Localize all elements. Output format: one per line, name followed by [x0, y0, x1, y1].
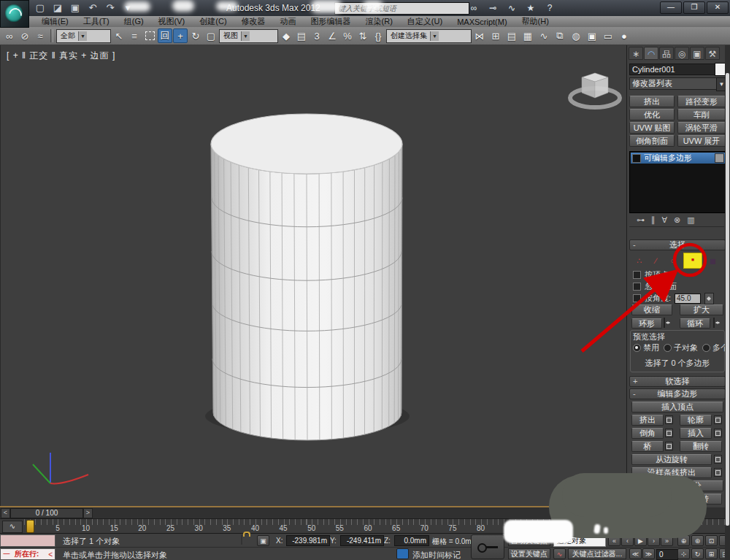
snap-toggle-3d-icon[interactable]: 3 [310, 28, 324, 43]
previous-frame-button[interactable]: < [1, 508, 10, 518]
spinner-snap-icon[interactable]: ⇅ [356, 28, 370, 43]
loop-button[interactable]: 循环 [680, 318, 710, 329]
menu-item[interactable]: MAXScript(M) [450, 18, 513, 26]
grow-button[interactable]: 扩大 [680, 304, 723, 315]
select-and-manipulate-icon[interactable]: ◆ [279, 28, 293, 43]
menu-item[interactable]: 自定义(U) [401, 16, 449, 27]
menu-item[interactable]: 修改器 [235, 16, 272, 27]
modifier-button[interactable]: 路径变形 [677, 96, 726, 107]
menu-item[interactable]: 组(G) [118, 16, 150, 27]
open-file-icon[interactable]: ◪ [51, 2, 64, 14]
edge-icon[interactable]: ∕ [650, 256, 662, 266]
modifier-button[interactable]: UVW 展开 [677, 135, 726, 147]
zoom-all-icon[interactable]: ⊛ [691, 535, 704, 546]
outline-settings-icon[interactable] [714, 415, 722, 424]
time-slider[interactable] [26, 520, 34, 533]
tab-modify[interactable]: ◠ [644, 47, 658, 60]
key-mode-toggle-button[interactable] [471, 534, 504, 559]
current-frame-field[interactable]: 0 [656, 549, 678, 560]
unlink-selection-icon[interactable]: ⊘ [18, 28, 32, 43]
menu-item[interactable]: 视图(V) [152, 16, 192, 27]
macro-recorder-field[interactable] [0, 534, 55, 547]
rendered-frame-icon[interactable]: ▭ [601, 28, 615, 43]
zoom-extents-icon[interactable]: ⊡ [705, 535, 718, 546]
set-key-button[interactable]: 设置关键点 [508, 548, 550, 559]
menu-item[interactable]: 渲染(R) [359, 16, 399, 27]
panel-scrollbar-thumb[interactable] [726, 73, 729, 526]
tab-hierarchy[interactable]: 品 [659, 47, 674, 60]
bevel-button[interactable]: 倒角 [631, 428, 664, 439]
flip-button[interactable]: 翻转 [680, 441, 722, 452]
border-icon[interactable]: ○ [666, 256, 679, 266]
inset-button[interactable]: 插入 [680, 428, 712, 439]
extrude-button[interactable]: 挤出 [631, 415, 664, 426]
tab-motion[interactable]: ◎ [675, 47, 689, 60]
rollout-selection[interactable]: - 选择 [629, 239, 726, 250]
angle-value-field[interactable]: 45.0 [675, 294, 701, 304]
shrink-button[interactable]: 收缩 [631, 304, 672, 315]
help-icon[interactable]: ? [543, 2, 556, 14]
selection-filter-dropdown[interactable]: 全部 ▼ [56, 29, 111, 43]
object-name-field[interactable]: Cylinder001 [629, 64, 715, 75]
new-file-icon[interactable]: ▢ [34, 2, 47, 14]
render-production-icon[interactable]: ● [617, 28, 631, 43]
viewcube[interactable] [564, 66, 626, 112]
pin-stack-icon[interactable]: ⊶ [637, 215, 645, 226]
undo-icon[interactable]: ↶ [86, 2, 99, 14]
tab-display[interactable]: ▣ [690, 47, 704, 60]
insert-vertex-button[interactable]: 插入顶点 [631, 402, 723, 413]
show-end-result-icon[interactable]: ∥ [651, 215, 656, 226]
curve-editor-icon[interactable]: ∿ [537, 28, 551, 43]
maximize-button[interactable]: ❐ [683, 1, 705, 14]
percent-snap-icon[interactable]: % [340, 28, 355, 43]
selection-lock-icon[interactable] [241, 534, 242, 545]
menu-item[interactable]: 帮助(H) [515, 16, 556, 27]
absolute-offset-toggle-icon[interactable]: ▣ [257, 535, 269, 546]
select-and-scale-icon[interactable]: ▢ [204, 28, 218, 43]
reference-coordsys-dropdown[interactable]: 视图 ▼ [219, 29, 278, 43]
menu-item[interactable]: 工具(T) [77, 16, 116, 27]
vertex-icon[interactable]: ∴ [633, 256, 645, 266]
render-setup-icon[interactable]: ▣ [585, 28, 599, 43]
minimize-button[interactable]: — [660, 1, 682, 14]
mini-listener[interactable]: 一 所在行: < [0, 548, 55, 560]
add-time-tag[interactable]: 添加时间标记 [412, 550, 461, 560]
modifier-button[interactable]: UVW 贴图 [629, 122, 675, 134]
tab-create[interactable]: ∗ [629, 47, 643, 60]
viewport[interactable]: [ + ‖ 正交 ‖ 真实 + 边面 ] [0, 45, 626, 506]
ignore-backfacing-checkbox[interactable] [633, 283, 641, 291]
schematic-view-icon[interactable]: ⧉ [553, 28, 567, 43]
polygon-icon[interactable]: ▪ [683, 253, 702, 269]
region-icon[interactable]: ⊞ [705, 548, 718, 559]
rollout-soft-selection[interactable]: + 软选择 [629, 376, 726, 387]
menu-item[interactable]: 图形编辑器 [304, 16, 358, 27]
cylinder-object[interactable] [1, 45, 627, 506]
key-icon[interactable]: ⊸ [486, 2, 499, 14]
3dsmax-logo[interactable] [0, 0, 29, 28]
rollout-edit-polygons[interactable]: - 编辑多边形 [629, 388, 726, 399]
orbit-icon[interactable]: ↻ [691, 548, 704, 559]
hinge-from-edge-button[interactable]: 从边旋转 [631, 454, 712, 465]
key-filters-button[interactable]: 关键点过滤器... [568, 548, 626, 559]
outline-button[interactable]: 轮廓 [680, 415, 712, 426]
window-crossing-icon[interactable]: 回 [158, 28, 172, 43]
search-icon[interactable]: ∞ [467, 2, 480, 14]
modifier-list-dropdown[interactable]: 修改器列表 [629, 77, 721, 90]
inset-settings-icon[interactable] [714, 429, 722, 437]
communication-center-icon[interactable]: ∿ [505, 2, 518, 14]
ring-button[interactable]: 环形 [631, 318, 662, 329]
menu-item[interactable]: 编辑(E) [35, 16, 75, 27]
ribbon-toggle-icon[interactable]: ▦ [520, 28, 535, 43]
new-key-icon[interactable]: ∿ [553, 548, 566, 559]
menu-item[interactable]: 创建(C) [193, 16, 233, 27]
layer-manager-icon[interactable]: ▤ [504, 28, 519, 43]
modifier-stack[interactable]: 可编辑多边形 [629, 151, 726, 213]
angle-snap-icon[interactable]: ∠ [325, 28, 339, 43]
next-key-icon[interactable]: ≫ [642, 548, 655, 559]
mirror-icon[interactable]: ⋈ [472, 28, 487, 43]
expand-icon[interactable] [632, 154, 641, 163]
close-button[interactable]: ✕ [707, 1, 729, 14]
align-icon[interactable]: ⊞ [488, 28, 503, 43]
named-selection-sets-dropdown[interactable]: 创建选择集 ▼ [386, 29, 472, 43]
search-input[interactable]: 键入关键字或短语 [334, 2, 469, 15]
